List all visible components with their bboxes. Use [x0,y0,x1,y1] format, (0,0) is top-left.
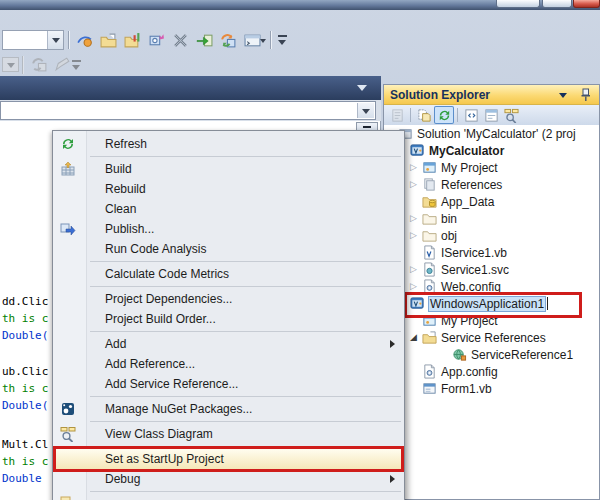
refresh-icon[interactable] [434,106,454,124]
solution-tree: Solution 'MyCalculator' (2 projMyCalcula… [384,125,599,499]
solution-explorer-toolbar [384,105,599,126]
menu-item-rebuild[interactable]: Rebuild [53,179,404,199]
tree-item-servicereference1[interactable]: ServiceReference1 [384,346,599,363]
tree-item-bin[interactable]: ▷bin [384,210,599,227]
config-file-icon [422,279,437,294]
tree-item-iservice1-vb[interactable]: IService1.vb [384,244,599,261]
view-code-icon[interactable] [461,106,481,124]
code-line: ub.Clic [2,363,48,380]
tree-item-references[interactable]: ▷References [384,176,599,193]
open-folder-icon[interactable] [97,29,119,51]
menu-item-label: Clean [105,202,136,216]
tree-item-service-references[interactable]: ◢Service References [384,329,599,346]
minimize-button[interactable] [496,0,540,8]
menu-item-clean[interactable]: Clean [53,199,404,219]
toolbar-overflow-icon[interactable] [70,56,84,74]
menu-item-debug[interactable]: Debug [53,469,404,489]
export-arrow-icon[interactable] [193,29,215,51]
menu-item-label: Rebuild [105,182,146,196]
references-icon [422,177,437,192]
menu-item-label: Project Dependencies... [105,292,232,306]
tree-item-web-config[interactable]: ▷Web.config [384,278,599,295]
pin-icon[interactable] [577,87,593,103]
svc-file-icon [422,262,437,277]
menu-item-project-dependencies[interactable]: Project Dependencies... [53,289,404,309]
tree-item-label: Solution 'MyCalculator' (2 proj [417,127,576,141]
code-line: dd.Clic [2,293,48,310]
chevron-down-icon[interactable] [357,103,374,118]
toolbar-separator [22,56,23,74]
expand-arrow-icon[interactable]: ▷ [410,213,417,223]
code-line: th is c [2,380,48,397]
add-chart-icon[interactable] [121,29,143,51]
expand-arrow-icon[interactable]: ◢ [410,332,417,342]
tree-item-obj[interactable]: ▷obj [384,227,599,244]
chevron-down-icon[interactable] [258,35,267,45]
maximize-button[interactable] [542,0,572,8]
expand-arrow-icon[interactable]: ▷ [410,230,417,240]
expand-arrow-icon[interactable]: ▷ [410,179,417,189]
menu-item-build[interactable]: Build [53,159,404,179]
sync-disabled-icon[interactable] [28,54,50,74]
active-files-chevron-icon[interactable] [357,85,367,91]
editor-navigation-combobox[interactable] [0,101,376,120]
document-tab-band [0,76,381,101]
solution-explorer-header[interactable]: Solution Explorer [384,85,599,105]
tree-item-label: MyCalculator [429,144,504,158]
expand-arrow-icon[interactable]: ▷ [410,264,417,274]
menu-item-add-reference[interactable]: Add Reference... [53,354,404,374]
menu-item-manage-nuget-packages[interactable]: Manage NuGet Packages... [53,399,404,419]
tree-item-form1-vb[interactable]: Form1.vb [384,380,599,397]
tree-item-label: References [441,178,502,192]
text-caret [547,297,548,310]
menu-item-view-class-diagram[interactable]: View Class Diagram [53,424,404,444]
menu-item-label: Add Reference... [105,357,195,371]
menu-item-source-control[interactable] [53,494,404,500]
project-context-menu: RefreshBuildRebuildCleanPublish...Run Co… [52,130,405,500]
menu-item-label: Manage NuGet Packages... [105,402,252,416]
show-all-files-icon[interactable] [414,106,434,124]
tree-item-label: Form1.vb [441,382,492,396]
menu-item-label: Refresh [105,137,147,151]
tools-icon[interactable] [169,29,191,51]
solution-explorer-panel: Solution Explorer Solution 'MyCalculator… [383,84,600,500]
class-diagram-icon[interactable] [501,106,521,124]
tree-item-service1-svc[interactable]: ▷Service1.svc [384,261,599,278]
tree-item-my-project[interactable]: My Project [384,312,599,329]
menu-item-calculate-code-metrics[interactable]: Calculate Code Metrics [53,264,404,284]
toolbar-overflow-icon[interactable] [276,31,290,49]
toolbar-combobox[interactable] [2,30,64,50]
close-button[interactable] [573,0,600,8]
menu-item-add[interactable]: Add [53,334,404,354]
tree-item-mycalculator[interactable]: MyCalculator [384,142,599,159]
build-icon [60,161,76,177]
expand-arrow-icon[interactable]: ▷ [410,281,417,291]
tree-item-app-config[interactable]: App.config [384,363,599,380]
menu-item-add-service-reference[interactable]: Add Service Reference... [53,374,404,394]
window-position-chevron-icon[interactable] [559,93,567,98]
form-icon [422,381,437,396]
navigate-icon[interactable] [73,29,95,51]
view-designer-icon[interactable] [481,106,501,124]
menu-item-refresh[interactable]: Refresh [53,134,404,154]
menu-item-run-code-analysis[interactable]: Run Code Analysis [53,239,404,259]
expand-arrow-icon[interactable]: ▷ [410,162,417,172]
chevron-down-icon[interactable] [47,31,63,49]
tree-item-my-project[interactable]: ▷My Project [384,159,599,176]
menu-item-publish[interactable]: Publish... [53,219,404,239]
tree-item-label: My Project [441,314,498,328]
menu-item-set-as-startup-project[interactable]: Set as StartUp Project [53,449,404,469]
tree-item-label: Service References [441,331,546,345]
vb-project-icon [410,296,425,311]
sync-project-icon[interactable] [217,29,239,51]
tree-item-app-data[interactable]: App_Data [384,193,599,210]
class-diagram-icon [60,426,76,442]
image-preview-icon[interactable] [145,29,167,51]
menu-item-project-build-order[interactable]: Project Build Order... [53,309,404,329]
service-reference-icon [452,347,467,362]
tree-item-solution-mycalculator-2-proj[interactable]: Solution 'MyCalculator' (2 proj [384,125,599,142]
tree-item-windowsapplication1[interactable]: WindowsApplication1 [384,295,599,312]
toolbar2-dropdown[interactable] [2,57,19,72]
properties-icon[interactable] [387,106,407,124]
my-project-icon [422,313,437,328]
